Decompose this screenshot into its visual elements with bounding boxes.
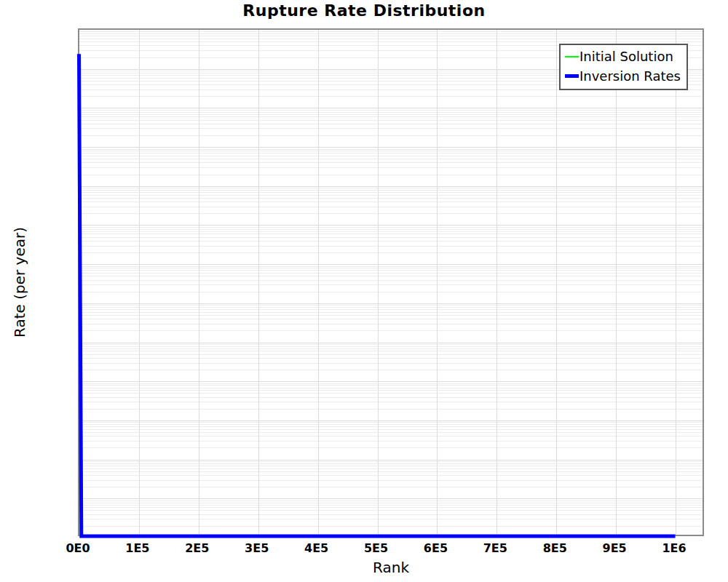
plot-area: Initial Solution Inversion Rates xyxy=(78,28,704,536)
legend-label-inversion-rates: Inversion Rates xyxy=(579,68,681,84)
legend-item-inversion-rates: Inversion Rates xyxy=(565,66,681,86)
x-tick-label: 1E6 xyxy=(662,541,686,555)
data-series-layer xyxy=(78,28,704,536)
legend-label-initial-solution: Initial Solution xyxy=(579,49,673,64)
x-tick-label: 4E5 xyxy=(304,541,328,555)
x-tick-label: 2E5 xyxy=(185,541,209,555)
x-axis-title: Rank xyxy=(78,559,704,576)
x-tick-label: 5E5 xyxy=(364,541,388,555)
chart-title: Rupture Rate Distribution xyxy=(0,1,728,20)
series-line-initial-solution xyxy=(79,54,676,536)
legend: Initial Solution Inversion Rates xyxy=(559,44,688,90)
series-line-inversion-rates xyxy=(79,54,676,536)
initial-solution-line-swatch xyxy=(565,56,579,57)
y-axis-title: Rate (per year) xyxy=(11,227,28,338)
rupture-rate-chart: Rupture Rate Distribution Rate (per year… xyxy=(0,0,728,582)
x-tick-label: 9E5 xyxy=(603,541,627,555)
x-tick-label: 1E5 xyxy=(125,541,149,555)
inversion-rates-line-swatch xyxy=(565,74,579,78)
x-tick-label: 0E0 xyxy=(66,541,90,555)
legend-item-initial-solution: Initial Solution xyxy=(565,47,681,66)
x-tick-label: 3E5 xyxy=(245,541,269,555)
x-tick-label: 7E5 xyxy=(483,541,507,555)
x-tick-label: 8E5 xyxy=(543,541,567,555)
x-tick-label: 6E5 xyxy=(424,541,448,555)
